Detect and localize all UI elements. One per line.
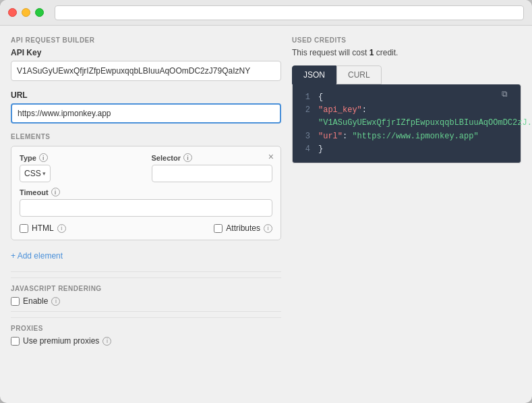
api-key-input[interactable]: [11, 61, 281, 81]
copy-icon[interactable]: ⧉: [502, 90, 514, 102]
type-select[interactable]: CSS ▾: [20, 165, 51, 182]
timeout-input[interactable]: [20, 199, 272, 217]
right-panel: USED CREDITS This request will cost 1 cr…: [292, 36, 521, 346]
selector-label: Selector i: [152, 153, 273, 162]
premium-proxies-checkbox[interactable]: [11, 337, 20, 346]
divider-2: [11, 311, 281, 312]
enable-js-label[interactable]: Enable i: [11, 296, 281, 306]
checkbox-row: HTML i Attributes i: [20, 223, 272, 233]
minimize-button[interactable]: [22, 8, 30, 17]
credits-section-label: USED CREDITS: [292, 36, 521, 44]
maximize-button[interactable]: [35, 8, 44, 17]
url-group: URL: [11, 90, 281, 124]
timeout-label: Timeout i: [20, 188, 272, 196]
code-line-4: 4 }: [301, 143, 512, 156]
html-checkbox[interactable]: [20, 224, 28, 233]
timeout-info-icon[interactable]: i: [51, 188, 60, 196]
code-line-2: 2 "api_key": "V1ASuGyUEwxQfjrIZfpEwpuxqq…: [301, 104, 512, 130]
selector-info-icon[interactable]: i: [183, 153, 192, 162]
attributes-checkbox-label[interactable]: Attributes i: [214, 223, 272, 233]
enable-js-checkbox[interactable]: [11, 297, 20, 306]
code-line-3: 3 "url": "https://www.ipmonkey.app": [301, 130, 512, 143]
element-type-selector-row: Type i CSS ▾ Selector: [20, 153, 272, 182]
type-info-icon[interactable]: i: [39, 153, 48, 162]
js-rendering-label: JAVASCRIPT RENDERING: [11, 285, 281, 292]
url-input[interactable]: [11, 103, 281, 124]
titlebar-url-bar: [55, 5, 524, 20]
tab-curl[interactable]: CURL: [336, 65, 382, 84]
code-block: ⧉ 1 { 2 "api_key": "V1ASuGyUEwxQfjrIZfpE…: [292, 84, 521, 163]
html-checkbox-label[interactable]: HTML i: [20, 223, 66, 233]
credits-section: USED CREDITS This request will cost 1 cr…: [292, 36, 521, 57]
close-element-button[interactable]: ×: [268, 152, 274, 161]
premium-proxies-label[interactable]: Use premium proxies i: [11, 336, 281, 346]
code-tabs: JSON CURL: [292, 65, 521, 84]
section-label: API REQUEST BUILDER: [11, 36, 281, 44]
attributes-checkbox[interactable]: [214, 224, 223, 233]
elements-label: ELEMENTS: [11, 133, 281, 140]
js-rendering-section: JAVASCRIPT RENDERING Enable i: [11, 277, 281, 306]
chevron-down-icon: ▾: [42, 170, 46, 177]
type-field: Type i CSS ▾: [20, 153, 141, 182]
proxies-label: PROXIES: [11, 325, 281, 332]
timeout-row: Timeout i: [20, 188, 272, 217]
elements-section: ELEMENTS × Type i: [11, 133, 281, 266]
credits-text: This request will cost 1 credit.: [292, 48, 521, 57]
proxies-section: PROXIES Use premium proxies i: [11, 317, 281, 346]
divider-1: [11, 271, 281, 272]
code-line-1: 1 {: [301, 91, 512, 104]
html-info-icon[interactable]: i: [57, 224, 66, 233]
element-card: × Type i CSS ▾: [11, 146, 281, 240]
api-key-label: API Key: [11, 48, 281, 57]
url-label: URL: [11, 90, 281, 100]
attributes-info-icon[interactable]: i: [264, 224, 272, 233]
proxies-info-icon[interactable]: i: [102, 337, 111, 346]
close-button[interactable]: [8, 8, 17, 17]
selector-input[interactable]: [152, 165, 273, 182]
traffic-lights: [8, 8, 44, 17]
type-select-value: CSS: [24, 169, 41, 178]
main-window: API REQUEST BUILDER API Key URL ELEMENTS…: [0, 0, 532, 403]
api-key-group: API Key: [11, 48, 281, 81]
enable-js-info-icon[interactable]: i: [51, 297, 60, 306]
tab-json[interactable]: JSON: [292, 65, 336, 84]
titlebar: [0, 0, 532, 26]
selector-field: Selector i: [152, 153, 273, 182]
left-panel: API REQUEST BUILDER API Key URL ELEMENTS…: [11, 36, 281, 346]
type-label: Type i: [20, 153, 141, 162]
main-content: API REQUEST BUILDER API Key URL ELEMENTS…: [0, 26, 532, 356]
add-element-button[interactable]: + Add element: [11, 246, 63, 266]
